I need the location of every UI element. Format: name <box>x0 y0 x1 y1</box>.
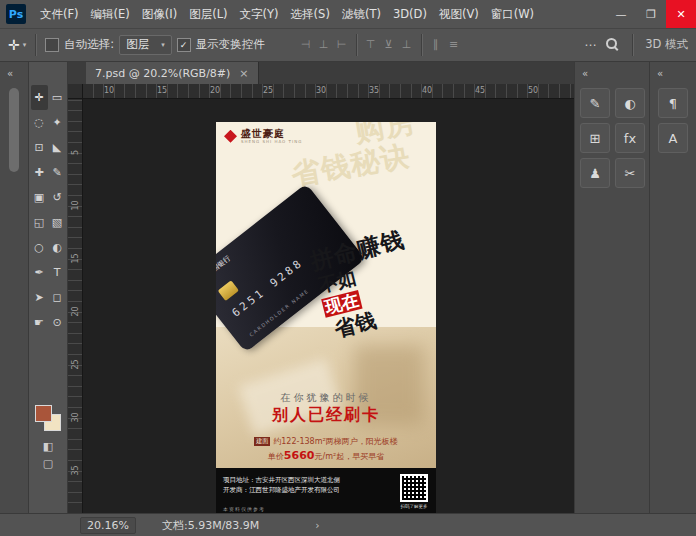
restore-button[interactable]: ❐ <box>636 0 666 28</box>
align-icons: ⊣⊥⊢⊤⊻⊥∥≡ <box>298 34 462 56</box>
poster-document: 盛世豪庭 SHENG SHI HAO TING 购房 省钱秘诀 中国银行 625… <box>216 122 436 514</box>
developer-name: 开发商：江西世邦隆盛地产开发有限公司 <box>223 485 430 495</box>
area-text: 约122-138m²两梯两户，阳光板楼 <box>273 437 397 446</box>
distribute-vertical-icon[interactable]: ≡ <box>446 37 462 53</box>
eraser-tool[interactable]: ◱ <box>31 210 48 235</box>
paragraph-panel-icon[interactable]: ¶ <box>658 88 688 118</box>
dock-a-header: « <box>575 62 650 84</box>
3d-mode-label: 3D 模式 <box>645 37 688 52</box>
character-panel-icon[interactable]: A <box>658 123 688 153</box>
brand-name: 盛世豪庭 <box>241 129 302 140</box>
menu-item[interactable]: 选择(S) <box>285 0 336 28</box>
libraries-panel-icon[interactable]: ♟ <box>580 158 610 188</box>
eyedropper-tool[interactable]: ◣ <box>49 135 66 160</box>
lasso-tool[interactable]: ◌ <box>31 110 48 135</box>
screen-mode-icon[interactable]: ▢ <box>43 458 53 469</box>
photoshop-logo-icon: Ps <box>6 4 26 24</box>
ruler-corner <box>68 84 83 99</box>
bank-name: 中国银行 <box>216 253 233 278</box>
blur-tool[interactable]: ○ <box>31 235 48 260</box>
auto-select-checkbox[interactable] <box>45 38 59 52</box>
menu-item[interactable]: 图层(L) <box>183 0 233 28</box>
menu-items: 文件(F)编辑(E)图像(I)图层(L)文字(Y)选择(S)滤镜(T)3D(D)… <box>34 0 540 28</box>
card-number: 6251 9288 <box>230 256 306 320</box>
canvas[interactable]: 101520253035404550 510152025303540 盛世豪庭 … <box>68 84 575 514</box>
swiped-text: 别人已经刷卡 <box>216 405 436 426</box>
move-tool[interactable]: ✛ <box>31 85 48 110</box>
menu-item[interactable]: 文字(Y) <box>234 0 285 28</box>
menu-item[interactable]: 3D(D) <box>387 0 433 28</box>
price-suffix: 元/m²起，早买早省 <box>314 452 384 461</box>
menu-item[interactable]: 图像(I) <box>136 0 183 28</box>
zoom-tool[interactable]: ⊙ <box>49 310 66 335</box>
dodge-tool[interactable]: ◐ <box>49 235 66 260</box>
menu-bar: Ps 文件(F)编辑(E)图像(I)图层(L)文字(Y)选择(S)滤镜(T)3D… <box>0 0 696 29</box>
document-tab[interactable]: 7.psd @ 20.2%(RGB/8#) × <box>86 62 259 84</box>
pen-tool[interactable]: ✒ <box>31 260 48 285</box>
tab-close-icon[interactable]: × <box>239 67 248 80</box>
align-left-edges-icon[interactable]: ⊣ <box>298 37 314 53</box>
foreground-swatch[interactable] <box>35 405 52 422</box>
price-prefix: 单价 <box>268 452 284 461</box>
status-chevron-icon[interactable]: › <box>315 519 319 532</box>
document-size-info: 文档:5.93M/83.9M <box>162 518 259 533</box>
distribute-horizontal-icon[interactable]: ∥ <box>428 37 444 53</box>
ruler-number: 20 <box>71 305 80 319</box>
align-top-edges-icon[interactable]: ⊤ <box>363 37 379 53</box>
slices-panel-icon[interactable]: ✂ <box>615 158 645 188</box>
ruler-number: 15 <box>157 86 167 95</box>
options-bar: ✛ ▾ 自动选择: 图层 ▾ ✓ 显示变换控件 ⊣⊥⊢⊤⊻⊥∥≡ ⋯ 3D 模式 <box>0 28 696 62</box>
ruler-number: 10 <box>71 199 80 213</box>
photoshop-app: Ps 文件(F)编辑(E)图像(I)图层(L)文字(Y)选择(S)滤镜(T)3D… <box>0 0 696 536</box>
quick-selection-tool[interactable]: ✦ <box>49 110 66 135</box>
menu-item[interactable]: 窗口(W) <box>485 0 540 28</box>
collapse-dock-a-icon[interactable]: « <box>575 63 588 79</box>
search-icon[interactable] <box>605 37 620 52</box>
adjustments-panel-icon[interactable]: ◐ <box>615 88 645 118</box>
shape-tool[interactable]: ◻ <box>49 285 66 310</box>
align-right-edges-icon[interactable]: ⊢ <box>334 37 350 53</box>
clone-stamp-tool[interactable]: ▣ <box>31 185 48 210</box>
marquee-tool[interactable]: ▭ <box>49 85 66 110</box>
crop-tool[interactable]: ⊡ <box>31 135 48 160</box>
ruler-number: 30 <box>71 411 80 425</box>
menu-item[interactable]: 视图(V) <box>433 0 485 28</box>
collapse-dock-b-icon[interactable]: « <box>650 63 663 79</box>
path-selection-tool[interactable]: ➤ <box>31 285 48 310</box>
ruler-number: 30 <box>316 86 326 95</box>
healing-brush-tool[interactable]: ✚ <box>31 160 48 185</box>
menu-item[interactable]: 滤镜(T) <box>336 0 387 28</box>
align-bottom-edges-icon[interactable]: ⊥ <box>399 37 415 53</box>
history-brush-tool[interactable]: ↺ <box>49 185 66 210</box>
auto-select-target-dropdown[interactable]: 图层 ▾ <box>119 35 172 55</box>
styles-panel-icon[interactable]: fx <box>615 123 645 153</box>
close-button[interactable]: ✕ <box>666 0 696 28</box>
hand-tool[interactable]: ☛ <box>31 310 48 335</box>
auto-select-label: 自动选择: <box>64 37 114 52</box>
align-vertical-centers-icon[interactable]: ⊻ <box>381 37 397 53</box>
align-horizontal-centers-icon[interactable]: ⊥ <box>316 37 332 53</box>
overflow-dots-icon[interactable]: ⋯ <box>584 38 597 52</box>
show-transform-checkbox[interactable]: ✓ <box>177 38 191 52</box>
zoom-level-field[interactable]: 20.16% <box>80 517 136 534</box>
brush-tool[interactable]: ✎ <box>49 160 66 185</box>
menu-item[interactable]: 文件(F) <box>34 0 85 28</box>
tool-grid: ✛▭◌✦⊡◣✚✎▣↺◱▧○◐✒T➤◻☛⊙ <box>29 62 67 335</box>
panel-dock-inner: « ✎◐⊞fx♟✂ <box>574 62 650 514</box>
minimize-button[interactable]: — <box>606 0 636 28</box>
quick-mask-icon[interactable]: ◧ <box>43 441 53 452</box>
price-value: 5660 <box>284 449 315 462</box>
ruler-number: 35 <box>71 464 80 478</box>
document-area: 7.psd @ 20.2%(RGB/8#) × 1015202530354045… <box>68 62 575 514</box>
slogan-block: 拼命赚钱 不如 现在 省钱 <box>308 228 424 342</box>
collapse-left-dock-icon[interactable]: « <box>0 63 13 79</box>
tool-preset-picker[interactable]: ✛ ▾ <box>8 37 26 53</box>
menu-item[interactable]: 编辑(E) <box>85 0 136 28</box>
gradient-tool[interactable]: ▧ <box>49 210 66 235</box>
brand-tagline: SHENG SHI HAO TING <box>241 140 302 144</box>
type-tool[interactable]: T <box>49 260 66 285</box>
clone-source-panel-icon[interactable]: ⊞ <box>580 123 610 153</box>
brush-settings-panel-icon[interactable]: ✎ <box>580 88 610 118</box>
move-tool-icon: ✛ <box>8 37 20 53</box>
qr-caption: 扫码了解更多 <box>395 504 433 509</box>
